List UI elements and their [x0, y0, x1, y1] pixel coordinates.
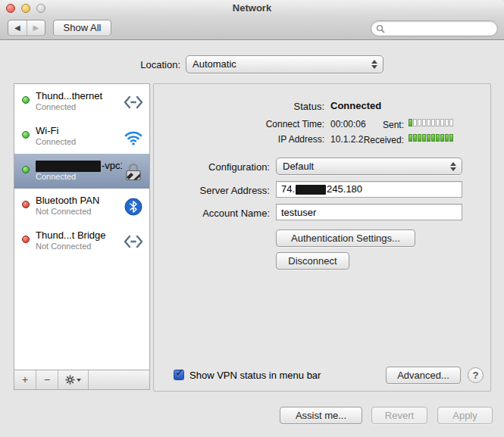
- service-name: Thund...thernet: [36, 90, 122, 102]
- assist-me-button[interactable]: Assist me...: [280, 407, 362, 424]
- activity-segment: [445, 119, 449, 126]
- detail-panel: Status: Connected Connect Time: 00:00:06…: [153, 83, 491, 392]
- sidebar-item-vpn[interactable]: -vpc1 Connected: [14, 154, 149, 189]
- action-menu-button[interactable]: [58, 370, 89, 389]
- advanced-button[interactable]: Advanced...: [386, 367, 461, 384]
- sent-activity-bar: [409, 119, 454, 126]
- received-activity-bar: [409, 134, 454, 142]
- nav-segmented-control: ◀ ▶: [8, 20, 45, 36]
- window-title: Network: [0, 2, 504, 14]
- sent-label: Sent:: [328, 120, 404, 130]
- sidebar-item-thunderbolt-ethernet[interactable]: Thund...thernet Connected: [14, 84, 149, 119]
- remove-service-button[interactable]: −: [36, 370, 58, 389]
- connect-time-label: Connect Time:: [154, 119, 324, 130]
- account-name-label: Account Name:: [154, 208, 270, 219]
- activity-segment: [449, 134, 453, 142]
- title-bar[interactable]: Network: [0, 0, 504, 17]
- status-value: Connected: [330, 100, 381, 111]
- activity-segment: [409, 134, 412, 142]
- service-status: Connected: [36, 172, 122, 182]
- show-all-button[interactable]: Show All: [53, 20, 111, 36]
- activity-segment: [431, 134, 435, 142]
- ethernet-icon: [122, 230, 145, 253]
- configuration-label: Configuration:: [154, 161, 270, 173]
- activity-segment: [413, 134, 417, 142]
- service-status: Connected: [36, 102, 122, 112]
- status-label: Status:: [154, 101, 324, 112]
- search-icon: [376, 24, 385, 33]
- service-status: Not Connected: [36, 207, 122, 217]
- activity-segment: [409, 119, 412, 126]
- activity-segment: [427, 134, 430, 142]
- activity-segment: [431, 119, 435, 126]
- popup-stepper-icon: [450, 162, 456, 171]
- location-popup[interactable]: Automatic: [186, 55, 383, 73]
- check-icon: ✓: [175, 366, 185, 379]
- status-dot-red: [22, 236, 30, 243]
- activity-segment: [418, 134, 421, 142]
- activity-segment: [422, 134, 426, 142]
- service-name: Wi-Fi: [36, 125, 122, 137]
- activity-segment: [418, 119, 421, 126]
- activity-segment: [440, 119, 444, 126]
- activity-segment: [427, 119, 430, 126]
- authentication-settings-button[interactable]: Authentication Settings...: [276, 229, 415, 247]
- activity-segment: [440, 134, 444, 142]
- received-label: Received:: [328, 135, 404, 145]
- account-name-field[interactable]: [276, 204, 462, 220]
- sidebar-item-wifi[interactable]: Wi-Fi Connected: [14, 119, 149, 154]
- apply-button: Apply: [437, 407, 493, 424]
- redaction-box: [36, 161, 101, 172]
- sidebar-item-bluetooth-pan[interactable]: Bluetooth PAN Not Connected: [14, 189, 149, 223]
- ethernet-icon: [122, 91, 145, 114]
- services-list: Thund...thernet Connected Wi-Fi Connecte…: [14, 83, 150, 390]
- service-name: Bluetooth PAN: [36, 195, 122, 207]
- caret-down-icon: [77, 379, 81, 382]
- search-field[interactable]: [371, 20, 498, 36]
- redaction-box: [296, 185, 326, 195]
- toolbar: ◀ ▶ Show All: [0, 17, 504, 40]
- activity-segment: [422, 119, 426, 126]
- wifi-icon: [122, 126, 145, 148]
- location-value: Automatic: [193, 56, 383, 73]
- location-label: Location:: [0, 59, 180, 70]
- service-status: Not Connected: [36, 242, 122, 251]
- service-status: Connected: [36, 137, 122, 147]
- search-input[interactable]: [388, 23, 487, 34]
- status-dot-green: [22, 131, 30, 139]
- server-address-field[interactable]: 74.245.180: [276, 181, 462, 198]
- disconnect-button[interactable]: Disconnect: [276, 252, 349, 270]
- lock-icon: [122, 161, 145, 183]
- add-service-button[interactable]: +: [14, 370, 36, 389]
- sidebar-item-thunderbolt-bridge[interactable]: Thund...t Bridge Not Connected: [14, 223, 149, 258]
- activity-segment: [436, 134, 440, 142]
- service-name: Thund...t Bridge: [36, 229, 122, 242]
- status-dot-red: [22, 201, 30, 208]
- status-dot-green: [22, 96, 30, 104]
- configuration-popup[interactable]: Default: [276, 158, 462, 175]
- forward-button: ▶: [27, 20, 45, 36]
- activity-segment: [436, 119, 440, 126]
- server-address-label: Server Address:: [154, 185, 270, 196]
- configuration-value: Default: [283, 158, 462, 175]
- ip-address-label: IP Address:: [154, 134, 324, 145]
- vpn-status-checkbox-label: Show VPN status in menu bar: [189, 370, 321, 381]
- list-footer: + −: [14, 370, 149, 389]
- vpn-status-checkbox[interactable]: ✓: [174, 370, 184, 380]
- gear-icon: [65, 375, 75, 385]
- activity-segment: [445, 134, 449, 142]
- bluetooth-icon: [122, 195, 145, 218]
- popup-stepper-icon: [371, 60, 377, 69]
- help-button[interactable]: ?: [468, 367, 484, 383]
- service-name: -vpc1: [36, 160, 122, 172]
- window-chrome: Network ◀ ▶ Show All: [0, 0, 504, 40]
- activity-segment: [449, 119, 453, 126]
- back-button[interactable]: ◀: [8, 20, 27, 36]
- status-dot-green: [22, 166, 30, 173]
- revert-button: Revert: [371, 407, 427, 424]
- activity-segment: [413, 119, 417, 126]
